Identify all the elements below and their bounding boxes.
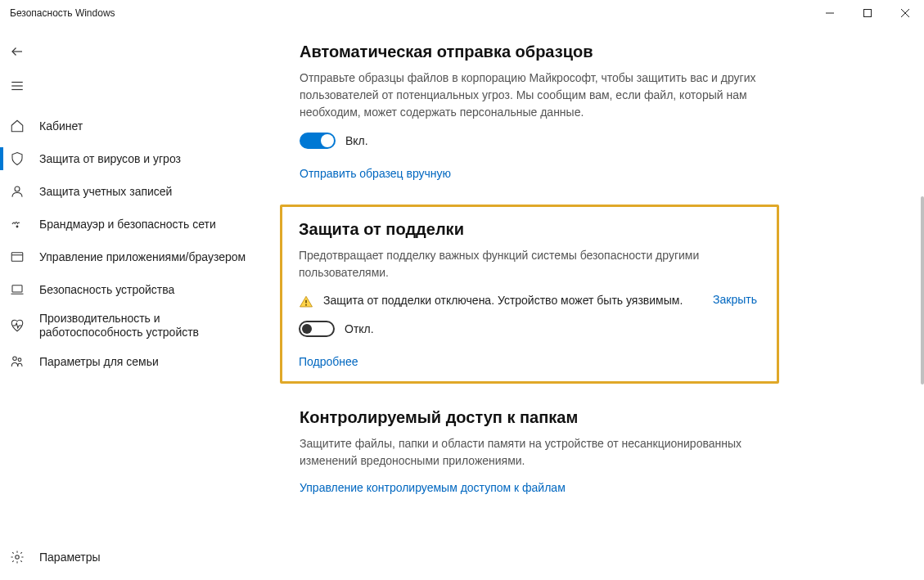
svg-point-16 [16,555,20,560]
sidebar-item-label: Защита учетных записей [39,185,172,198]
family-icon [10,354,25,369]
svg-point-14 [13,357,17,361]
section-auto-sample-submission: Автоматическая отправка образцов Отправь… [300,43,758,180]
sidebar-item-app-browser[interactable]: Управление приложениями/браузером [0,241,262,273]
sidebar-item-label: Управление приложениями/браузером [39,250,246,263]
maximize-button[interactable] [849,0,886,26]
shield-icon [10,151,25,166]
heart-icon [10,318,25,333]
warning-icon [299,294,313,309]
minimize-button[interactable] [811,0,849,26]
section-description: Защитите файлы, папки и области памяти н… [300,435,758,470]
section-description: Предотвращает подделку важных функций си… [299,247,757,281]
sidebar-item-virus-protection[interactable]: Защита от вирусов и угроз [0,142,262,175]
learn-more-link[interactable]: Подробнее [299,355,757,368]
section-title: Защита от подделки [299,220,757,239]
sidebar-item-label: Защита от вирусов и угроз [39,152,181,165]
sidebar-item-label: Производительность и работоспособность у… [39,312,262,339]
sidebar-item-label: Параметры для семьи [39,355,159,368]
window-title: Безопасность Windows [10,7,115,19]
main-content: Автоматическая отправка образцов Отправь… [262,26,924,580]
sidebar-item-home[interactable]: Кабинет [0,110,262,142]
section-title: Контролируемый доступ к папкам [300,408,758,427]
section-description: Отправьте образцы файлов в корпорацию Ма… [300,70,758,121]
sidebar: Кабинет Защита от вирусов и угроз Защита… [0,26,262,580]
svg-point-18 [305,304,307,306]
device-icon [10,282,25,297]
sidebar-item-label: Кабинет [39,119,83,133]
window-controls [811,0,924,26]
titlebar: Безопасность Windows [0,0,924,26]
warning-text: Защита от подделки отключена. Устройство… [323,293,695,309]
scrollbar-thumb[interactable] [921,196,924,384]
sidebar-item-settings[interactable]: Параметры [0,541,262,573]
close-button[interactable] [886,0,924,26]
browser-icon [10,250,25,264]
svg-rect-12 [12,286,22,292]
svg-rect-10 [11,253,23,262]
home-icon [10,119,25,133]
section-title: Автоматическая отправка образцов [300,43,758,61]
hamburger-menu-button[interactable] [0,69,34,103]
svg-point-8 [15,187,20,191]
sidebar-item-label: Параметры [39,551,101,564]
warning-dismiss-link[interactable]: Закрыть [713,293,757,306]
svg-point-15 [18,358,21,362]
sidebar-item-device-security[interactable]: Безопасность устройства [0,273,262,306]
svg-point-9 [16,226,18,227]
sidebar-item-performance[interactable]: Производительность и работоспособность у… [0,306,262,345]
sidebar-item-firewall[interactable]: Брандмауэр и безопасность сети [0,208,262,241]
gear-icon [10,550,25,564]
sidebar-item-label: Брандмауэр и безопасность сети [39,218,216,231]
nav-list: Кабинет Защита от вирусов и угроз Защита… [0,110,262,378]
section-controlled-folder-access: Контролируемый доступ к папкам Защитите … [300,408,758,494]
svg-rect-1 [864,10,872,17]
account-icon [10,184,25,199]
sidebar-item-account-protection[interactable]: Защита учетных записей [0,175,262,208]
back-button[interactable] [0,34,34,69]
sidebar-item-label: Безопасность устройства [39,283,174,296]
highlighted-section: Защита от подделки Предотвращает подделк… [280,205,779,384]
toggle-state-label: Откл. [345,322,374,335]
network-icon [10,217,25,232]
toggle-state-label: Вкл. [345,134,368,147]
auto-sample-toggle[interactable] [300,133,336,149]
tamper-protection-toggle[interactable] [299,321,335,337]
warning-banner: Защита от подделки отключена. Устройство… [299,293,757,309]
submit-sample-link[interactable]: Отправить образец вручную [300,167,758,180]
manage-folder-access-link[interactable]: Управление контролируемым доступом к фай… [300,481,758,494]
sidebar-item-family[interactable]: Параметры для семьи [0,345,262,378]
